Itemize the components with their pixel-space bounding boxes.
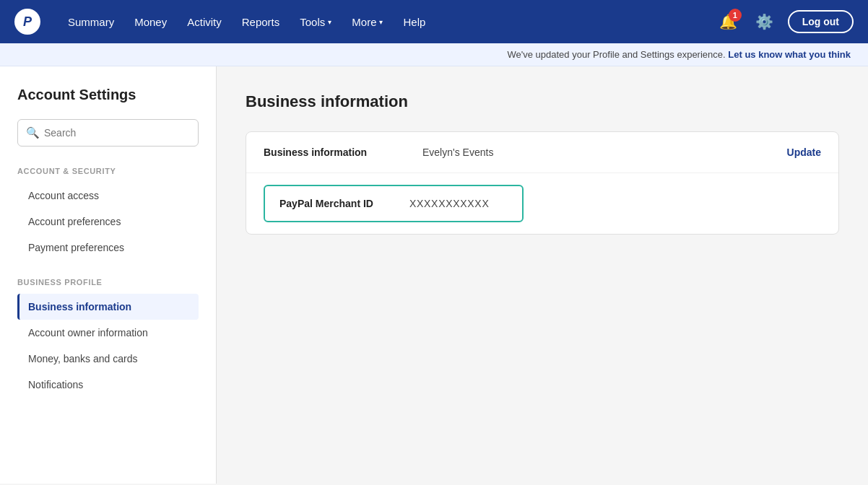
update-link[interactable]: Update <box>787 147 821 158</box>
business-info-label: Business information <box>264 147 422 158</box>
nav-link-tools[interactable]: Tools▾ <box>292 10 339 34</box>
business-info-card: Business information Evelyn's Events Upd… <box>246 131 839 235</box>
nav-right: 🔔 1 ⚙️ Log out <box>716 9 854 35</box>
sidebar-item-money,-banks-and-cards[interactable]: Money, banks and cards <box>17 346 199 372</box>
banner-text: We've updated your Profile and Settings … <box>507 49 725 60</box>
sidebar-item-account-access[interactable]: Account access <box>17 183 199 209</box>
top-nav: P SummaryMoneyActivityReportsTools▾More▾… <box>0 0 868 43</box>
nav-link-help[interactable]: Help <box>396 10 433 34</box>
sidebar-item-notifications[interactable]: Notifications <box>17 372 199 398</box>
nav-link-money[interactable]: Money <box>127 10 174 34</box>
search-wrapper: 🔍 <box>17 119 199 147</box>
nav-link-summary[interactable]: Summary <box>61 10 121 34</box>
nav-link-more[interactable]: More▾ <box>344 10 390 34</box>
paypal-logo: P <box>14 9 40 35</box>
nav-link-reports[interactable]: Reports <box>235 10 287 34</box>
main-content: Business information Business informatio… <box>217 66 868 484</box>
update-banner: We've updated your Profile and Settings … <box>0 43 868 66</box>
sidebar-item-payment-preferences[interactable]: Payment preferences <box>17 235 199 261</box>
banner-link[interactable]: Let us know what you think <box>728 49 851 60</box>
notification-badge: 1 <box>729 9 742 22</box>
sidebar-item-business-information[interactable]: Business information <box>17 294 199 320</box>
business-profile-group: BUSINESS PROFILE Business informationAcc… <box>17 278 199 398</box>
notifications-button[interactable]: 🔔 1 <box>716 9 742 35</box>
account-security-group: ACCOUNT & SECURITY Account accessAccount… <box>17 167 199 261</box>
chevron-down-icon: ▾ <box>328 18 331 26</box>
sidebar-title: Account Settings <box>17 87 199 103</box>
merchant-id-value: XXXXXXXXXXX <box>409 198 489 209</box>
nav-links: SummaryMoneyActivityReportsTools▾More▾He… <box>61 10 716 34</box>
chevron-down-icon: ▾ <box>379 18 383 26</box>
merchant-id-box: PayPal Merchant ID XXXXXXXXXXX <box>264 185 524 222</box>
logout-button[interactable]: Log out <box>788 10 854 33</box>
logo-letter: P <box>23 14 32 30</box>
account-security-label: ACCOUNT & SECURITY <box>17 167 199 175</box>
search-icon: 🔍 <box>26 126 40 139</box>
sidebar-item-account-preferences[interactable]: Account preferences <box>17 209 199 235</box>
settings-button[interactable]: ⚙️ <box>752 9 778 35</box>
nav-link-activity[interactable]: Activity <box>180 10 229 34</box>
sidebar-item-account-owner-information[interactable]: Account owner information <box>17 320 199 346</box>
business-info-value: Evelyn's Events <box>422 147 787 158</box>
merchant-id-label: PayPal Merchant ID <box>279 198 409 209</box>
page-title: Business information <box>246 92 839 111</box>
business-profile-label: BUSINESS PROFILE <box>17 278 199 287</box>
sidebar: Account Settings 🔍 ACCOUNT & SECURITY Ac… <box>0 66 217 484</box>
business-info-row: Business information Evelyn's Events Upd… <box>246 132 838 173</box>
search-input[interactable] <box>17 119 199 147</box>
